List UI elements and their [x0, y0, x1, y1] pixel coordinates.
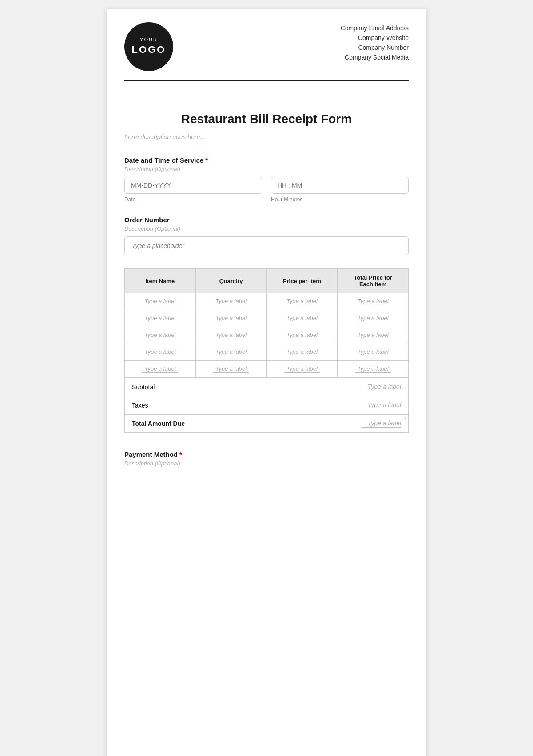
total-row: Total Amount Due * Type a label	[125, 415, 409, 433]
price-cell-2[interactable]: Type a label	[266, 310, 338, 327]
payment-method-required-star: *	[179, 451, 182, 458]
subtotal-value[interactable]: Type a label	[309, 378, 409, 396]
table-row: Type a label Type a label Type a label T…	[125, 344, 409, 361]
time-group: Hour Minutes	[271, 177, 409, 203]
total-cell-3[interactable]: Type a label	[338, 327, 409, 344]
page-container: YOUR LOGO Company Email Address Company …	[107, 9, 426, 756]
item-name-cell-2[interactable]: Type a label	[125, 310, 196, 327]
total-cell-4[interactable]: Type a label	[338, 344, 409, 361]
taxes-value[interactable]: Type a label	[309, 396, 409, 415]
total-value[interactable]: * Type a label	[309, 415, 409, 433]
quantity-cell-3[interactable]: Type a label	[195, 327, 266, 344]
col-quantity: Quantity	[195, 269, 266, 293]
form-content: Restaurant Bill Receipt Form Form descri…	[107, 81, 426, 507]
date-time-description: Description (Optional)	[124, 166, 409, 172]
logo-text-logo: LOGO	[132, 43, 166, 57]
item-name-cell-5[interactable]: Type a label	[125, 361, 196, 378]
total-cell-2[interactable]: Type a label	[338, 310, 409, 327]
col-item-name: Item Name	[125, 269, 196, 293]
date-time-label: Date and Time of Service *	[124, 156, 409, 164]
date-input[interactable]	[124, 177, 262, 194]
order-number-section: Order Number Description (Optional)	[124, 216, 409, 255]
date-time-required-star: *	[205, 156, 208, 164]
form-description: Form description goes here...	[124, 133, 409, 140]
subtotal-row: Subtotal Type a label	[125, 378, 409, 396]
item-name-cell-4[interactable]: Type a label	[125, 344, 196, 361]
col-total-price: Total Price forEach Item	[338, 269, 409, 293]
time-sublabel: Hour Minutes	[271, 196, 409, 203]
date-time-row: Date Hour Minutes	[124, 177, 409, 203]
order-number-description: Description (Optional)	[124, 225, 409, 232]
table-row: Type a label Type a label Type a label T…	[125, 310, 409, 327]
table-row: Type a label Type a label Type a label T…	[125, 361, 409, 378]
quantity-cell-5[interactable]: Type a label	[195, 361, 266, 378]
logo-text-your: YOUR	[140, 36, 158, 43]
table-header-row: Item Name Quantity Price per Item Total …	[125, 269, 409, 293]
price-cell-5[interactable]: Type a label	[266, 361, 338, 378]
company-social: Company Social Media	[341, 54, 409, 61]
col-price-per-item: Price per Item	[266, 269, 338, 293]
order-number-input[interactable]	[124, 236, 409, 255]
company-info: Company Email Address Company Website Co…	[341, 22, 409, 61]
header: YOUR LOGO Company Email Address Company …	[107, 9, 426, 80]
company-email: Company Email Address	[341, 24, 409, 32]
items-table: Item Name Quantity Price per Item Total …	[124, 268, 409, 378]
form-title: Restaurant Bill Receipt Form	[124, 112, 409, 126]
table-row: Type a label Type a label Type a label T…	[125, 293, 409, 310]
taxes-label: Taxes	[125, 396, 309, 415]
date-sublabel: Date	[124, 196, 262, 203]
item-name-cell-3[interactable]: Type a label	[125, 327, 196, 344]
summary-table: Subtotal Type a label Taxes Type a label…	[124, 378, 409, 433]
payment-method-label: Payment Method *	[124, 451, 409, 458]
taxes-row: Taxes Type a label	[125, 396, 409, 415]
items-table-section: Item Name Quantity Price per Item Total …	[124, 268, 409, 433]
date-group: Date	[124, 177, 262, 203]
price-cell-4[interactable]: Type a label	[266, 344, 338, 361]
price-cell-1[interactable]: Type a label	[266, 293, 338, 310]
order-number-label: Order Number	[124, 216, 409, 224]
company-logo: YOUR LOGO	[124, 22, 173, 71]
total-required-star: *	[405, 416, 406, 422]
table-row: Type a label Type a label Type a label T…	[125, 327, 409, 344]
date-time-section: Date and Time of Service * Description (…	[124, 156, 409, 203]
total-cell-1[interactable]: Type a label	[338, 293, 409, 310]
total-label: Total Amount Due	[125, 415, 309, 433]
quantity-cell-1[interactable]: Type a label	[195, 293, 266, 310]
price-cell-3[interactable]: Type a label	[266, 327, 338, 344]
payment-method-description: Description (Optional)	[124, 460, 409, 467]
subtotal-label: Subtotal	[125, 378, 309, 396]
company-number: Company Number	[341, 44, 409, 51]
quantity-cell-4[interactable]: Type a label	[195, 344, 266, 361]
payment-method-section: Payment Method * Description (Optional)	[124, 451, 409, 467]
item-name-cell-1[interactable]: Type a label	[125, 293, 196, 310]
company-website: Company Website	[341, 34, 409, 41]
total-cell-5[interactable]: Type a label	[338, 361, 409, 378]
quantity-cell-2[interactable]: Type a label	[195, 310, 266, 327]
time-input[interactable]	[271, 177, 409, 194]
